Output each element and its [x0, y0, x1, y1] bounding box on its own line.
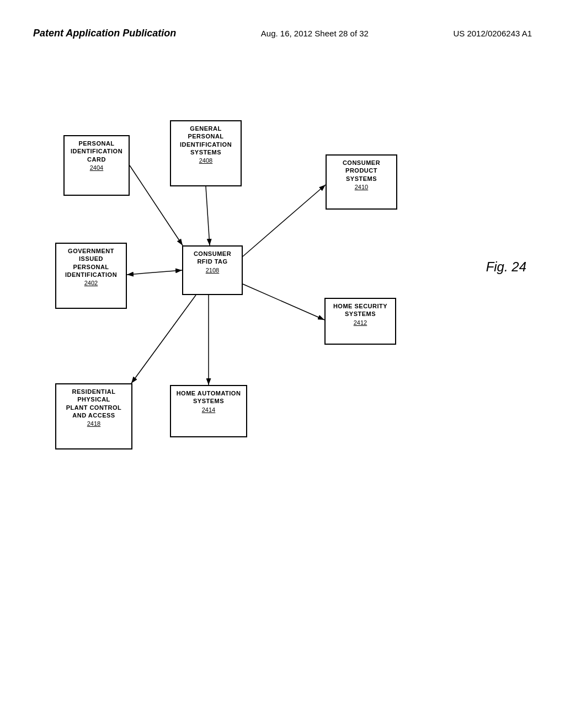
residential-plant-label: RESIDENTIALPHYSICALPLANT CONTROLAND ACCE… — [66, 388, 122, 419]
header-right-text: US 2012/0206243 A1 — [453, 29, 532, 38]
svg-line-3 — [206, 186, 210, 245]
box-residential-plant: RESIDENTIALPHYSICALPLANT CONTROLAND ACCE… — [55, 383, 132, 449]
general-personal-id-label: GENERALPERSONALIDENTIFICATIONSYSTEMS — [180, 125, 232, 156]
personal-id-card-number: 2404 — [90, 164, 103, 171]
page: Patent Application Publication Aug. 16, … — [0, 0, 565, 728]
box-home-automation: HOME AUTOMATIONSYSTEMS 2414 — [170, 385, 247, 437]
diagram: PERSONALIDENTIFICATIONCARD 2404 GENERALP… — [33, 83, 532, 673]
header: Patent Application Publication Aug. 16, … — [33, 28, 532, 39]
svg-line-5 — [127, 270, 182, 275]
svg-line-7 — [131, 295, 196, 383]
box-home-security-systems: HOME SECURITYSYSTEMS 2412 — [324, 298, 396, 345]
consumer-product-systems-number: 2410 — [355, 184, 368, 190]
consumer-product-systems-label: CONSUMERPRODUCTSYSTEMS — [343, 159, 380, 183]
consumer-rfid-tag-label: CONSUMERRFID TAG — [194, 250, 231, 266]
box-government-issued: GOVERNMENTISSUEDPERSONALIDENTIFICATION 2… — [55, 243, 127, 309]
consumer-rfid-tag-number: 2108 — [206, 267, 219, 274]
header-center-text: Aug. 16, 2012 Sheet 28 of 32 — [261, 29, 369, 38]
residential-plant-number: 2418 — [87, 420, 100, 427]
personal-id-card-label: PERSONALIDENTIFICATIONCARD — [71, 140, 122, 163]
home-automation-label: HOME AUTOMATIONSYSTEMS — [177, 389, 241, 405]
box-general-personal-id: GENERALPERSONALIDENTIFICATIONSYSTEMS 240… — [170, 120, 242, 186]
svg-line-6 — [243, 284, 324, 320]
box-consumer-product-systems: CONSUMERPRODUCTSYSTEMS 2410 — [326, 154, 397, 210]
home-security-systems-number: 2412 — [354, 319, 367, 326]
general-personal-id-number: 2408 — [199, 157, 212, 164]
box-personal-id-card: PERSONALIDENTIFICATIONCARD 2404 — [63, 135, 130, 196]
home-automation-number: 2414 — [202, 406, 215, 413]
government-issued-label: GOVERNMENTISSUEDPERSONALIDENTIFICATION — [65, 247, 117, 279]
government-issued-number: 2402 — [84, 280, 98, 286]
header-left-text: Patent Application Publication — [33, 28, 176, 39]
box-consumer-rfid-tag: CONSUMERRFID TAG 2108 — [182, 245, 243, 295]
home-security-systems-label: HOME SECURITYSYSTEMS — [333, 302, 387, 318]
fig-label: Fig. 24 — [486, 259, 526, 275]
svg-line-4 — [243, 185, 326, 256]
